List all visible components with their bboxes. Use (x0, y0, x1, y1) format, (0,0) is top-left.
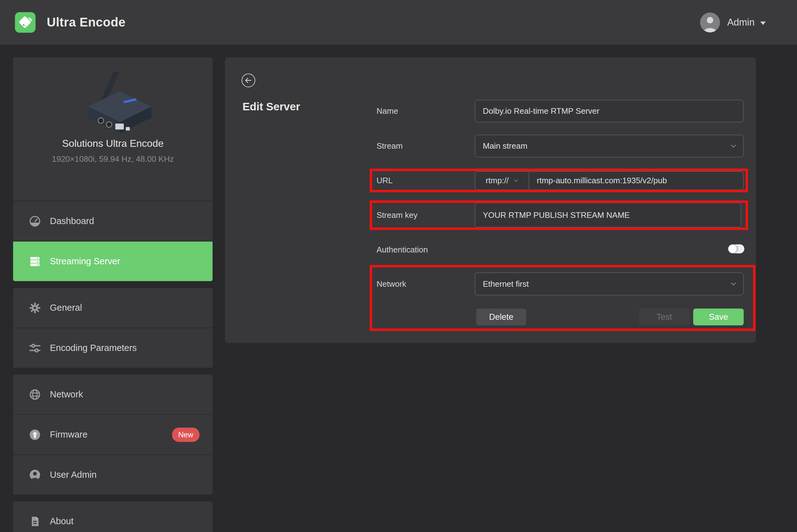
gear-icon (29, 302, 41, 314)
sidebar-item-network[interactable]: Network (13, 375, 213, 414)
authentication-toggle[interactable] (728, 244, 744, 253)
name-label: Name (377, 100, 398, 122)
page-title: Edit Server (243, 100, 300, 113)
stream-label: Stream (377, 135, 403, 157)
sidebar-item-label: User Admin (50, 470, 97, 480)
sidebar-item-about[interactable]: About (13, 501, 213, 532)
app-title: Ultra Encode (47, 15, 126, 29)
dashboard-icon (29, 215, 41, 228)
sidebar-item-general[interactable]: General (13, 288, 213, 327)
url-protocol-select[interactable]: rtmp:// (475, 172, 529, 189)
sidebar: Solutions Ultra Encode 1920×1080i, 59.94… (13, 57, 213, 532)
network-select[interactable]: Ethernet first (475, 272, 744, 296)
chevron-down-icon (730, 282, 736, 286)
url-field-group: rtmp:// (475, 171, 744, 190)
sidebar-card-settings: General Encoding Parameters (13, 288, 213, 368)
delete-button[interactable]: Delete (476, 308, 526, 325)
new-badge: New (172, 428, 200, 442)
sidebar-card-device: Solutions Ultra Encode 1920×1080i, 59.94… (13, 57, 213, 281)
back-button[interactable] (241, 73, 255, 88)
network-label: Network (377, 272, 406, 296)
sidebar-item-label: Firmware (50, 430, 88, 440)
device-name: Solutions Ultra Encode (13, 138, 213, 149)
device-signal: 1920×1080i, 59.94 Hz, 48.00 KHz (13, 154, 213, 164)
sidebar-item-label: General (50, 303, 82, 313)
sidebar-card-about: About (13, 501, 213, 532)
device-info: Solutions Ultra Encode 1920×1080i, 59.94… (13, 72, 213, 201)
sidebar-item-label: Streaming Server (50, 256, 120, 266)
network-select-value: Ethernet first (483, 279, 529, 289)
back-arrow-icon (241, 73, 255, 88)
user-menu[interactable]: Admin (700, 12, 766, 33)
sidebar-item-label: Encoding Parameters (50, 343, 137, 353)
sidebar-card-system: Network Firmware New User Admin (13, 375, 213, 495)
device-image (69, 72, 156, 134)
chevron-down-icon (514, 179, 518, 182)
test-button[interactable]: Test (639, 308, 689, 325)
sidebar-item-firmware[interactable]: Firmware New (13, 414, 213, 454)
user-icon (29, 469, 41, 481)
sidebar-item-streaming-server[interactable]: Streaming Server (13, 241, 213, 281)
firmware-upload-icon (29, 429, 41, 441)
chevron-down-icon (760, 21, 766, 25)
sidebar-item-label: Network (50, 389, 83, 400)
sidebar-item-user-admin[interactable]: User Admin (13, 454, 213, 495)
url-label: URL (377, 169, 393, 192)
url-input[interactable] (529, 172, 743, 189)
app-header: Ultra Encode Admin (0, 0, 797, 44)
brand: Ultra Encode (0, 12, 126, 33)
app-logo-icon (15, 12, 36, 33)
stream-key-label: Stream key (377, 201, 418, 230)
server-stack-icon (29, 255, 41, 268)
url-protocol-value: rtmp:// (486, 176, 509, 186)
sidebar-item-label: Dashboard (50, 216, 94, 226)
sidebar-item-label: About (50, 516, 74, 526)
sidebar-item-dashboard[interactable]: Dashboard (13, 201, 213, 241)
stream-key-input[interactable] (475, 203, 741, 228)
toggle-knob (728, 245, 737, 253)
chevron-down-icon (730, 144, 736, 148)
globe-icon (29, 388, 41, 401)
avatar (700, 12, 720, 33)
name-input[interactable] (475, 100, 744, 122)
document-icon (29, 515, 41, 528)
save-button[interactable]: Save (693, 308, 744, 325)
user-name: Admin (727, 17, 755, 28)
stream-select[interactable]: Main stream (475, 135, 744, 157)
authentication-label: Authentication (377, 243, 428, 257)
stream-select-value: Main stream (483, 141, 527, 151)
sliders-icon (29, 342, 41, 354)
sidebar-item-encoding-parameters[interactable]: Encoding Parameters (13, 327, 213, 368)
edit-server-panel: Edit Server Name Stream Main stream URL … (225, 57, 756, 343)
